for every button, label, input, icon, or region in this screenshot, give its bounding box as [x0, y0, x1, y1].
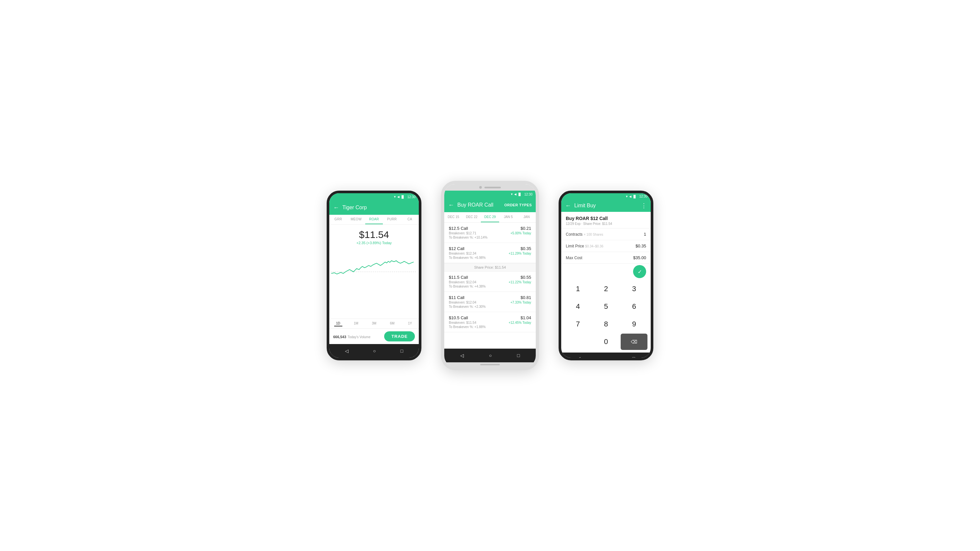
num-key-2[interactable]: 2	[593, 281, 619, 297]
page-title-1: Tiger Corp	[342, 205, 415, 211]
recent-nav-icon-3[interactable]: □	[632, 356, 635, 360]
phone-notch-top	[444, 184, 536, 191]
num-key-6[interactable]: 6	[620, 299, 648, 315]
status-bar-2: ▼ ◀ ▐▌ 12:30	[444, 191, 536, 198]
num-key-8[interactable]: 8	[593, 316, 619, 332]
option-tobreak-12-5: To Breakeven %: +10.14%	[449, 236, 487, 239]
home-nav-icon[interactable]: ○	[373, 348, 375, 354]
recent-nav-icon-2[interactable]: □	[517, 353, 520, 358]
home-nav-icon-3[interactable]: ○	[605, 356, 608, 360]
more-options-button[interactable]: ⋮	[641, 202, 647, 209]
option-price-11-5: $0.55	[509, 275, 531, 280]
option-change-10-5: +12.45% Today	[509, 321, 531, 324]
time-1m[interactable]: 1M	[352, 321, 360, 326]
date-dec22[interactable]: DEC 22	[463, 212, 481, 222]
option-left-12: $12 Call Breakeven: $12.34 To Breakeven …	[449, 246, 486, 259]
signal-icon-3: ◀	[629, 195, 632, 198]
volume-info: 666,543 Today's Volume	[333, 333, 371, 340]
status-time-3: 12:30	[639, 195, 648, 198]
num-key-5[interactable]: 5	[593, 299, 619, 315]
max-cost-label: Max Cost	[566, 256, 582, 260]
home-nav-icon-2[interactable]: ○	[489, 353, 492, 358]
tab-ca[interactable]: CA	[401, 215, 419, 224]
option-item-10-5[interactable]: $10.5 Call Breakeven: $11.54 To Breakeve…	[444, 312, 536, 332]
check-icon: ✓	[638, 268, 642, 275]
time-6m[interactable]: 6M	[388, 321, 396, 326]
option-name-10-5: $10.5 Call	[449, 315, 486, 320]
status-bar-3: ▼ ◀ ▐▌ 12:30	[561, 193, 651, 199]
option-right-11-5: $0.55 +11.22% Today	[509, 275, 531, 284]
option-change-12: +11.29% Today	[509, 252, 531, 255]
top-bar-1: ← Tiger Corp	[329, 200, 419, 215]
date-jan[interactable]: JAN	[517, 212, 536, 222]
status-time-2: 12:30	[524, 192, 533, 196]
option-name-11: $11 Call	[449, 295, 486, 300]
tab-purr[interactable]: PURR	[383, 215, 401, 224]
scene: ▼ ◀ ▐▌ 12:30 ← Tiger Corp GRR MEOW ROAR …	[0, 0, 980, 551]
share-price-divider: Share Price: $11.54	[444, 263, 536, 272]
option-breakeven-12: Breakeven: $12.34	[449, 252, 486, 255]
num-key-0[interactable]: 0	[593, 333, 619, 350]
status-icons-2: ▼ ◀ ▐▌	[510, 192, 522, 196]
chart-area	[329, 248, 419, 319]
bottom-nav-3: ◁ ○ □	[561, 353, 651, 360]
num-key-4[interactable]: 4	[565, 299, 591, 315]
bottom-bar-indicator	[480, 364, 500, 365]
time-3m[interactable]: 3M	[370, 321, 378, 326]
option-tobreak-11: To Breakeven %: +2.30%	[449, 305, 486, 308]
num-key-1[interactable]: 1	[565, 281, 591, 297]
tab-roar[interactable]: ROAR	[365, 215, 383, 224]
status-icons-1: ▼ ◀ ▐▌	[393, 195, 405, 198]
battery-icon-3: ▐▌	[632, 195, 637, 198]
phone-stock-chart: ▼ ◀ ▐▌ 12:30 ← Tiger Corp GRR MEOW ROAR …	[327, 191, 422, 360]
numpad-area: ✓ 1 2 3 4 5 6 7 8 9 0 ⌫	[561, 264, 651, 353]
limit-price-field[interactable]: Limit Price $0.34–$0.36 $0.35	[561, 240, 651, 252]
wifi-icon-2: ▼	[510, 192, 513, 196]
num-key-7[interactable]: 7	[565, 316, 591, 332]
stock-chart-svg	[331, 248, 417, 290]
back-nav-icon[interactable]: ◁	[345, 348, 348, 354]
battery-icon-2: ▐▌	[517, 192, 522, 196]
tab-grr[interactable]: GRR	[329, 215, 347, 224]
confirm-button[interactable]: ✓	[633, 265, 646, 278]
back-nav-icon-3[interactable]: ◁	[577, 356, 581, 360]
backspace-key[interactable]: ⌫	[620, 333, 648, 350]
option-breakeven-11-5: Breakeven: $12.04	[449, 280, 486, 284]
time-1d[interactable]: 1D	[334, 321, 342, 326]
order-types-button[interactable]: ORDER TYPES	[504, 203, 532, 207]
signal-icon-2: ◀	[514, 192, 517, 196]
trade-button[interactable]: TRADE	[384, 331, 415, 341]
num-key-3[interactable]: 3	[620, 281, 648, 297]
back-nav-icon-2[interactable]: ◁	[460, 353, 464, 358]
contracts-field[interactable]: Contracts × 100 Shares 1	[561, 229, 651, 240]
date-jan5[interactable]: JAN 5	[499, 212, 517, 222]
max-cost-field[interactable]: Max Cost $35.00	[561, 252, 651, 264]
date-dec15[interactable]: DEC 15	[444, 212, 463, 222]
ticker-tabs: GRR MEOW ROAR PURR CA	[329, 215, 419, 225]
option-item-11-5[interactable]: $11.5 Call Breakeven: $12.04 To Breakeve…	[444, 272, 536, 292]
bottom-nav-1: ◁ ○ □	[329, 344, 419, 358]
stock-price: $11.54	[333, 229, 415, 240]
back-button-2[interactable]: ←	[448, 202, 454, 209]
order-info: Buy ROAR $12 Call 12/29 Exp · Share Pric…	[561, 212, 651, 229]
option-name-12: $12 Call	[449, 246, 486, 251]
num-key-9[interactable]: 9	[620, 316, 648, 332]
option-right-11: $0.81 +7.33% Today	[511, 295, 531, 304]
tab-meow[interactable]: MEOW	[347, 215, 365, 224]
phone-options-list: ▼ ◀ ▐▌ 12:30 ← Buy ROAR Call ORDER TYPES…	[441, 181, 539, 370]
status-bar-1: ▼ ◀ ▐▌ 12:30	[329, 193, 419, 200]
option-item-12-5[interactable]: $12.5 Call Breakeven: $12.71 To Breakeve…	[444, 222, 536, 243]
option-name-11-5: $11.5 Call	[449, 275, 486, 280]
numpad-grid: 1 2 3 4 5 6 7 8 9 0 ⌫	[565, 281, 648, 350]
contracts-label: Contracts × 100 Shares	[566, 232, 603, 237]
option-item-11[interactable]: $11 Call Breakeven: $12.04 To Breakeven …	[444, 292, 536, 312]
option-left-11: $11 Call Breakeven: $12.04 To Breakeven …	[449, 295, 486, 308]
back-button-3[interactable]: ←	[565, 202, 571, 209]
recent-nav-icon[interactable]: □	[401, 348, 403, 354]
option-item-12[interactable]: $12 Call Breakeven: $12.34 To Breakeven …	[444, 243, 536, 263]
option-right-10-5: $1.04 +12.45% Today	[509, 315, 531, 324]
option-price-12-5: $0.21	[511, 226, 531, 231]
time-1y[interactable]: 1Y	[406, 321, 414, 326]
date-dec29[interactable]: DEC 29	[481, 212, 499, 222]
back-button-1[interactable]: ←	[333, 204, 339, 211]
